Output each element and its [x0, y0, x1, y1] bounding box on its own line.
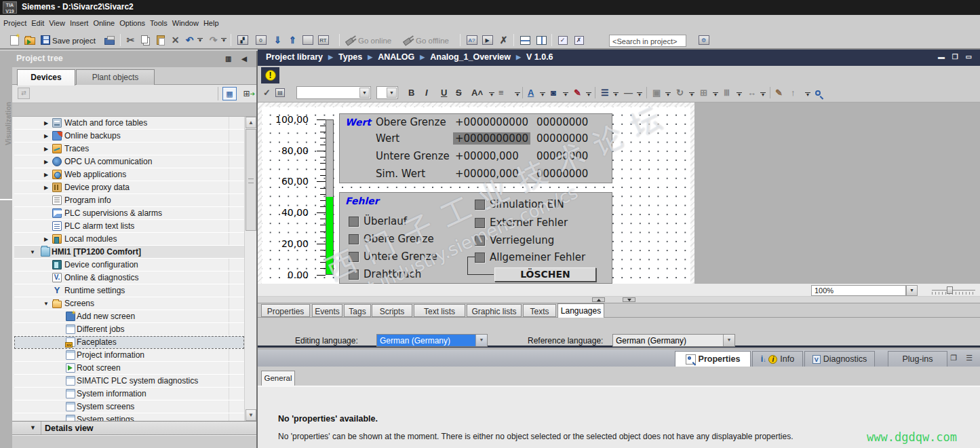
line-style-icon[interactable]: ☰ [601, 86, 609, 99]
breadcrumb-segment[interactable]: Types [338, 52, 362, 62]
expand-icon[interactable]: ▶ [43, 146, 50, 152]
table-export-icon[interactable]: ⊞➔ [239, 87, 254, 100]
dropdown-arrow[interactable]: ▾ [636, 92, 643, 98]
undo-icon[interactable]: ↶ [183, 34, 196, 46]
line-weight-icon[interactable]: — [624, 86, 633, 99]
tree-item-system-information[interactable]: System information [14, 388, 244, 400]
zoom-slider-handle[interactable] [947, 286, 953, 294]
wert-value-field[interactable]: +0000000000 [453, 132, 530, 145]
expand-icon[interactable]: ▶ [43, 172, 50, 178]
inspector-tab-info[interactable]: i↓iInfo [752, 351, 803, 367]
tab-scroll-down-button[interactable] [623, 297, 635, 302]
hmi-canvas[interactable]: 100,0080,0060,0040,0020,000.00 Wert Ober… [258, 102, 694, 284]
underline-icon[interactable]: U [441, 86, 447, 99]
checkbox--berlauf[interactable] [349, 217, 359, 227]
tree-item-root-screen[interactable]: Root screen [14, 362, 244, 375]
checkbox-externer-fehler[interactable] [475, 218, 485, 228]
details-chevron-icon[interactable]: ▼ [30, 424, 36, 431]
wert-value-field-2[interactable]: 00000000 [536, 168, 588, 180]
tree-item-watch-and-force-tables[interactable]: ▶Watch and force tables [14, 117, 244, 130]
font-color-icon[interactable]: A [528, 86, 534, 99]
border-color-icon[interactable]: ✎ [574, 86, 581, 99]
bold-icon[interactable]: B [408, 86, 414, 99]
go-online-icon[interactable] [344, 34, 357, 46]
tab-text-lists[interactable]: Text lists [414, 304, 465, 317]
tab-events[interactable]: Events [312, 304, 342, 317]
expand-icon[interactable]: ▶ [43, 185, 50, 191]
warning-tab[interactable]: ! [261, 67, 279, 83]
details-view-bar[interactable]: ▼ Details view [12, 421, 256, 435]
dropdown-arrow[interactable]: ▾ [562, 92, 569, 98]
monitor-icon[interactable] [301, 34, 314, 46]
collapse-icon[interactable]: ▼ [43, 301, 50, 307]
accessible-devices-icon[interactable]: A? [465, 34, 478, 46]
menu-options[interactable]: Options [117, 16, 147, 30]
scroll-down-button[interactable]: ▼ [246, 409, 256, 421]
wert-value-field[interactable]: +0000000000 [455, 116, 528, 128]
scroll-thumb[interactable] [246, 129, 256, 231]
tree-item-plc-alarm-text-lists[interactable]: PLC alarm text lists [14, 220, 244, 233]
copy-icon[interactable] [139, 34, 152, 46]
open-project-icon[interactable] [23, 34, 36, 46]
project-tree-header-icons[interactable]: ▥ ◀ [225, 55, 251, 62]
tree-item-plc-supervisions-alarms[interactable]: PLC supervisions & alarms [14, 207, 244, 220]
start-runtime-icon[interactable]: RT [317, 34, 330, 46]
dropdown-arrow[interactable]: ▾ [688, 92, 695, 98]
dropdown-arrow[interactable]: ▾ [539, 92, 546, 98]
dropdown-arrow[interactable]: ▾ [804, 92, 811, 98]
list-view-icon[interactable]: ▦ [222, 87, 237, 100]
split-horizontal-icon[interactable] [519, 34, 532, 46]
reference-language-select[interactable]: German (Germany)▼ [612, 334, 735, 347]
tree-item-project-information[interactable]: Project information [14, 349, 244, 362]
dropdown-arrow[interactable]: ▾ [488, 92, 495, 98]
tab-graphic-lists[interactable]: Graphic lists [467, 304, 522, 317]
save-project-icon[interactable] [39, 34, 52, 46]
go-online-button[interactable]: Go online [358, 37, 391, 45]
zoom-dropdown-button[interactable]: ▼ [906, 285, 918, 296]
tab-texts[interactable]: Texts [523, 304, 556, 317]
keep-tags-icon[interactable]: ✓ [556, 34, 569, 46]
zoom-select-icon[interactable] [815, 86, 821, 99]
wert-value-field[interactable]: +00000,000 [455, 168, 519, 180]
font-size-select[interactable]: ▼ [376, 86, 398, 99]
tree-item-system-settings[interactable]: System settings [14, 413, 244, 421]
tree-item-faceplates[interactable]: Faceplates [14, 336, 244, 349]
download-icon[interactable]: ⇓ [271, 34, 284, 46]
tree-item-online-diagnostics[interactable]: V.Online & diagnostics [14, 272, 244, 284]
confirm-icon[interactable]: ✓ [263, 86, 271, 99]
tree-item-screens[interactable]: ▼Screens [14, 297, 244, 310]
inspector-tab-plug-ins[interactable]: Plug-ins [888, 351, 947, 367]
align-objects-icon[interactable]: ⊞ [700, 86, 707, 99]
menu-online[interactable]: Online [91, 16, 117, 30]
tree-item-different-jobs[interactable]: Different jobs [14, 323, 244, 336]
expand-icon[interactable]: ▶ [43, 236, 50, 242]
tab-general[interactable]: General [261, 371, 295, 386]
loeschen-button[interactable]: LÖSCHEN [494, 267, 596, 282]
split-vertical-icon[interactable] [535, 34, 548, 46]
tree-tab-devices[interactable]: Devices [17, 69, 75, 86]
sidebar-tab-visualization[interactable]: Visualization [0, 52, 12, 200]
scroll-up-button[interactable]: ▲ [246, 117, 256, 128]
wert-value-field-2[interactable]: 00000000 [536, 150, 588, 162]
breadcrumb-segment[interactable]: Analog_1_Overview [430, 52, 511, 62]
layer-icon[interactable]: ▣ [652, 86, 661, 99]
font-size-up-icon[interactable]: A˄ [471, 86, 483, 99]
inspector-window-controls[interactable]: ❐ ☰ [950, 354, 976, 362]
device-swap-icon[interactable]: ⇄ [18, 88, 30, 99]
tab-tags[interactable]: Tags [344, 304, 371, 317]
save-project-button[interactable]: Save project [52, 37, 96, 45]
menu-insert[interactable]: Insert [68, 16, 91, 30]
dropdown-arrow[interactable]: ▾ [197, 37, 203, 43]
dropdown-arrow[interactable]: ▾ [736, 92, 743, 98]
inspector-tab-properties[interactable]: Properties [675, 351, 751, 367]
menu-view[interactable]: View [47, 16, 67, 30]
go-offline-icon[interactable] [401, 34, 414, 46]
zoom-level-select[interactable]: 100% [811, 285, 906, 296]
editing-language-select[interactable]: German (Germany)▼ [376, 334, 488, 347]
tree-item-online-backups[interactable]: ▶Online backups [14, 130, 244, 143]
tree-item-local-modules[interactable]: ▶Local modules [14, 233, 244, 246]
menu-help[interactable]: Help [201, 16, 221, 30]
checkbox-untere-grenze[interactable] [349, 252, 359, 262]
font-name-select[interactable]: ▼ [296, 86, 371, 99]
checkbox-obere-grenze[interactable] [349, 234, 359, 244]
